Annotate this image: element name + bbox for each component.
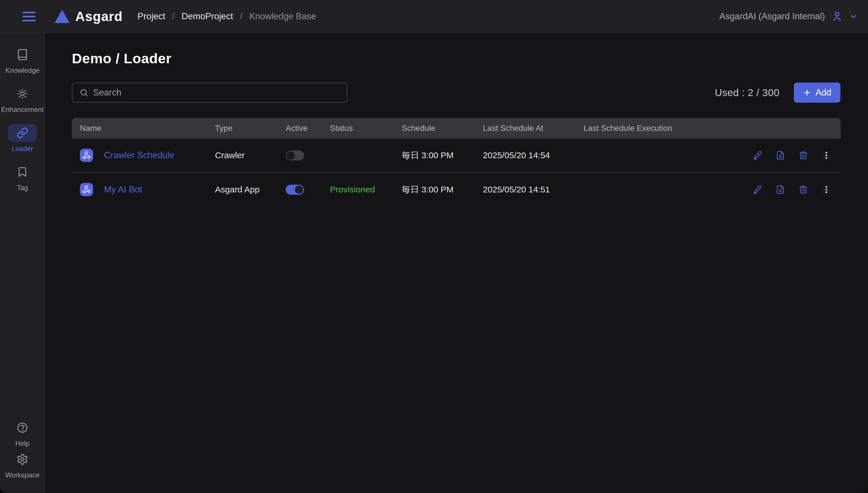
add-button-label: Add bbox=[816, 87, 831, 98]
sidebar-item-enhancement[interactable]: Enhancement bbox=[0, 85, 45, 114]
sidebar: Knowledge Enhancement Loader Tag bbox=[0, 33, 45, 493]
sidebar-item-label: Loader bbox=[12, 145, 33, 153]
webhook-icon bbox=[80, 149, 93, 162]
account-menu[interactable]: AsgardAI (Asgard Internal) bbox=[719, 10, 858, 22]
breadcrumb-item-project[interactable]: Project bbox=[137, 11, 165, 22]
account-name: AsgardAI (Asgard Internal) bbox=[719, 11, 825, 22]
webhook-icon bbox=[80, 183, 93, 196]
search-box[interactable] bbox=[72, 83, 347, 103]
sidebar-item-tag[interactable]: Tag bbox=[0, 163, 45, 192]
sidebar-item-help[interactable]: Help bbox=[0, 419, 45, 448]
add-button[interactable]: Add bbox=[794, 83, 840, 103]
loader-table: Name Type Active Status Schedule Last Sc… bbox=[72, 118, 841, 207]
link-icon bbox=[17, 127, 28, 138]
help-circle-icon bbox=[16, 422, 28, 434]
row-schedule: 毎日 3:00 PM bbox=[402, 184, 483, 196]
row-last-schedule-at: 2025/05/20 14:51 bbox=[483, 185, 584, 194]
breadcrumb: Project / DemoProject / Knowledge Base bbox=[137, 11, 316, 22]
sidebar-item-loader[interactable]: Loader bbox=[0, 124, 45, 153]
breadcrumb-separator: / bbox=[172, 11, 175, 22]
row-status: Provisioned bbox=[330, 185, 402, 194]
row-type: Asgard App bbox=[215, 185, 286, 194]
chevron-down-icon[interactable] bbox=[849, 12, 858, 21]
column-header-active: Active bbox=[286, 124, 330, 133]
user-icon[interactable] bbox=[831, 10, 843, 22]
brand-name: Asgard bbox=[75, 8, 122, 24]
bookmark-icon bbox=[17, 166, 28, 178]
column-header-name: Name bbox=[80, 124, 215, 133]
trash-icon[interactable] bbox=[797, 149, 810, 162]
file-text-icon[interactable] bbox=[774, 183, 787, 196]
top-navbar: Asgard Project / DemoProject / Knowledge… bbox=[0, 0, 868, 33]
breadcrumb-item-knowledge-base: Knowledge Base bbox=[249, 11, 316, 22]
column-header-last-schedule-at: Last Schedule At bbox=[483, 124, 584, 133]
edit-icon[interactable] bbox=[751, 183, 764, 196]
active-toggle[interactable] bbox=[286, 185, 304, 195]
search-icon bbox=[79, 88, 89, 97]
sidebar-item-label: Workspace bbox=[5, 471, 40, 479]
sidebar-item-label: Help bbox=[15, 440, 29, 448]
row-last-schedule-at: 2025/05/20 14:54 bbox=[483, 150, 584, 160]
sidebar-item-label: Enhancement bbox=[1, 106, 44, 114]
table-row: My AI Bot Asgard App Provisioned 毎日 3:00… bbox=[72, 173, 841, 207]
trash-icon[interactable] bbox=[797, 183, 810, 196]
kebab-menu-icon[interactable] bbox=[820, 183, 832, 196]
row-actions bbox=[751, 149, 832, 162]
row-schedule: 毎日 3:00 PM bbox=[402, 150, 483, 162]
column-header-last-schedule-execution: Last Schedule Execution bbox=[584, 124, 745, 133]
column-header-status: Status bbox=[330, 124, 402, 133]
row-type: Crawler bbox=[215, 150, 286, 160]
usage-counter: Used : 2 / 300 bbox=[715, 87, 779, 99]
kebab-menu-icon[interactable] bbox=[820, 149, 832, 162]
main-content: Demo / Loader Used : 2 / 300 Add bbox=[45, 33, 868, 493]
toolbar: Used : 2 / 300 Add bbox=[72, 83, 840, 103]
plus-icon bbox=[803, 88, 812, 97]
gear-icon bbox=[16, 453, 28, 465]
edit-icon[interactable] bbox=[751, 149, 764, 162]
column-header-schedule: Schedule bbox=[402, 124, 483, 133]
breadcrumb-item-demoproject[interactable]: DemoProject bbox=[182, 11, 233, 22]
search-input[interactable] bbox=[93, 87, 340, 98]
brand: Asgard bbox=[54, 8, 122, 24]
row-name-link[interactable]: My AI Bot bbox=[104, 185, 142, 195]
triangle-logo bbox=[54, 10, 70, 23]
sidebar-item-label: Tag bbox=[17, 184, 28, 192]
sidebar-item-knowledge[interactable]: Knowledge bbox=[0, 46, 45, 74]
sidebar-item-workspace[interactable]: Workspace bbox=[0, 450, 45, 479]
table-header-row: Name Type Active Status Schedule Last Sc… bbox=[72, 118, 841, 138]
file-text-icon[interactable] bbox=[774, 149, 787, 162]
app-window: Asgard Project / DemoProject / Knowledge… bbox=[0, 0, 868, 493]
sidebar-item-label: Knowledge bbox=[5, 66, 40, 74]
table-row: Crawler Schedule Crawler 毎日 3:00 PM 2025… bbox=[72, 138, 841, 173]
active-toggle[interactable] bbox=[286, 150, 304, 160]
hamburger-menu-icon[interactable] bbox=[21, 10, 37, 23]
row-actions bbox=[751, 183, 832, 196]
page-title: Demo / Loader bbox=[72, 50, 840, 66]
breadcrumb-separator: / bbox=[240, 11, 243, 22]
book-icon bbox=[16, 49, 28, 61]
brightness-icon bbox=[16, 88, 28, 100]
column-header-type: Type bbox=[215, 124, 286, 133]
row-name-link[interactable]: Crawler Schedule bbox=[104, 150, 175, 160]
